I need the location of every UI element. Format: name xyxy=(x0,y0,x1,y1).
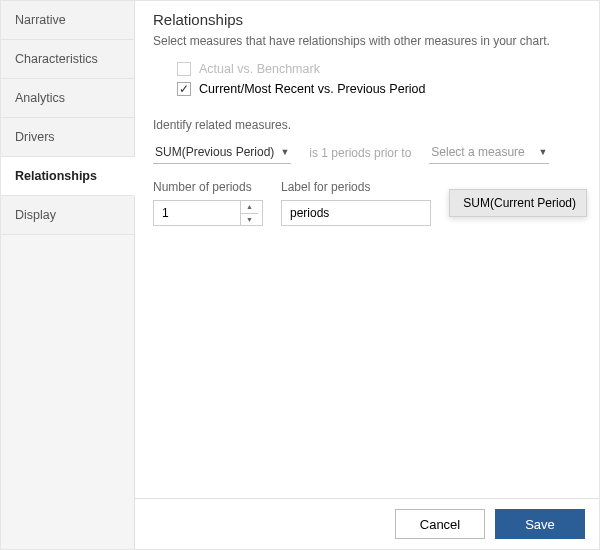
checkbox-current-previous[interactable]: ✓ Current/Most Recent vs. Previous Perio… xyxy=(177,82,581,96)
label-periods-label: Label for periods xyxy=(281,180,431,194)
main-panel: Relationships Select measures that have … xyxy=(135,1,599,549)
left-measure-value: SUM(Previous Period) xyxy=(155,145,274,159)
number-stepper: ▲ ▼ xyxy=(240,201,258,225)
num-periods-input[interactable] xyxy=(154,201,240,225)
caret-down-icon: ▼ xyxy=(280,147,289,157)
checkbox-icon xyxy=(177,62,191,76)
measure-dropdown-popup: SUM(Current Period) xyxy=(449,189,587,217)
sidebar-item-drivers[interactable]: Drivers xyxy=(1,118,134,157)
cancel-button[interactable]: Cancel xyxy=(395,509,485,539)
dialog-footer: Cancel Save xyxy=(135,498,599,549)
checkbox-icon-checked[interactable]: ✓ xyxy=(177,82,191,96)
page-title: Relationships xyxy=(153,11,581,28)
right-measure-dropdown[interactable]: Select a measure ▼ xyxy=(429,142,549,164)
checkbox-actual-label: Actual vs. Benchmark xyxy=(199,62,320,76)
label-for-periods-field: Label for periods xyxy=(281,180,431,226)
checkbox-current-label: Current/Most Recent vs. Previous Period xyxy=(199,82,425,96)
right-measure-placeholder: Select a measure xyxy=(431,145,524,159)
number-of-periods-field: Number of periods ▲ ▼ xyxy=(153,180,263,226)
settings-sidebar: Narrative Characteristics Analytics Driv… xyxy=(1,1,135,549)
caret-down-icon: ▼ xyxy=(538,147,547,157)
check-icon: ✓ xyxy=(179,83,189,95)
label-periods-input[interactable] xyxy=(281,200,431,226)
sidebar-item-relationships[interactable]: Relationships xyxy=(1,157,135,196)
save-button[interactable]: Save xyxy=(495,509,585,539)
sidebar-item-characteristics[interactable]: Characteristics xyxy=(1,40,134,79)
sidebar-item-analytics[interactable]: Analytics xyxy=(1,79,134,118)
dropdown-option-current-period[interactable]: SUM(Current Period) xyxy=(450,190,586,216)
num-periods-label: Number of periods xyxy=(153,180,263,194)
left-measure-dropdown[interactable]: SUM(Previous Period) ▼ xyxy=(153,142,291,164)
checkbox-actual-benchmark: Actual vs. Benchmark xyxy=(177,62,581,76)
stepper-down-icon[interactable]: ▼ xyxy=(241,214,258,226)
page-subtitle: Select measures that have relationships … xyxy=(153,34,581,48)
relation-text: is 1 periods prior to xyxy=(309,146,411,160)
sidebar-item-display[interactable]: Display xyxy=(1,196,134,235)
sidebar-item-narrative[interactable]: Narrative xyxy=(1,1,134,40)
identify-label: Identify related measures. xyxy=(153,118,581,132)
stepper-up-icon[interactable]: ▲ xyxy=(241,201,258,214)
